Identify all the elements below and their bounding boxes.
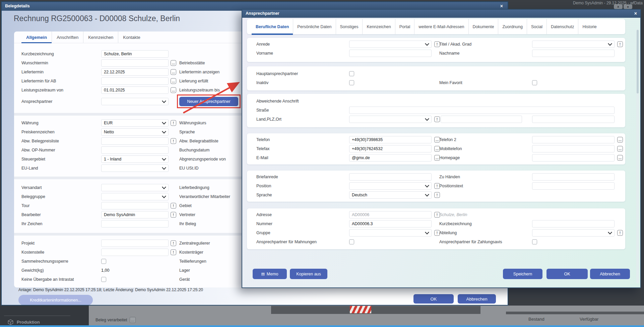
input-field[interactable] (532, 145, 615, 152)
alert-icon[interactable]: ! (617, 41, 623, 47)
input-field[interactable] (532, 50, 615, 57)
input-field[interactable]: @gmx.de (349, 154, 432, 161)
select-field[interactable]: EUR (101, 119, 169, 127)
tab-sonstiges[interactable]: Sonstiges (336, 19, 363, 34)
checkbox[interactable] (532, 239, 537, 244)
input-field[interactable] (349, 107, 615, 114)
input-field[interactable] (101, 249, 169, 256)
select-field[interactable] (532, 229, 615, 237)
tab-dokumente[interactable]: Dokumente (468, 19, 498, 34)
input-field[interactable] (532, 136, 615, 143)
tab-anschriften[interactable]: Anschriften (52, 31, 83, 43)
select-field[interactable] (349, 229, 432, 237)
tab-persönliche-daten[interactable]: Persönliche Daten (293, 19, 335, 34)
abbrechen-button[interactable]: Abbrechen (590, 269, 630, 279)
scrollbar-thumb[interactable] (637, 30, 639, 93)
tab-datenschutz[interactable]: Datenschutz (546, 19, 578, 34)
ellipsis-icon[interactable]: … (171, 60, 176, 66)
input-field[interactable] (349, 173, 432, 181)
input-field[interactable] (101, 240, 169, 247)
select-field[interactable]: 1 - Inland (101, 155, 169, 163)
more-button[interactable]: … (130, 317, 136, 323)
tab-historie[interactable]: Historie (578, 19, 600, 34)
select-field[interactable] (532, 41, 615, 48)
tab-portal[interactable]: Portal (395, 19, 414, 34)
tab-allgemein[interactable]: Allgemein (21, 31, 52, 43)
input-field[interactable]: AD00006 (349, 211, 432, 218)
select-field[interactable] (349, 41, 432, 48)
alert-icon[interactable]: ! (171, 138, 176, 144)
window-control-close-button[interactable]: × (614, 4, 623, 9)
alert-icon[interactable]: ! (171, 240, 176, 246)
close-icon[interactable]: × (500, 3, 503, 9)
tab-kontakte[interactable]: Kontakte (118, 31, 145, 43)
close-icon[interactable]: × (634, 11, 637, 16)
select-field[interactable] (101, 165, 169, 172)
tab-kennzeichen[interactable]: Kennzeichen (83, 31, 118, 43)
select-field[interactable]: Netto (101, 128, 169, 136)
input-field[interactable] (101, 146, 169, 154)
input-field[interactable] (441, 116, 522, 123)
form-row: Ansprechpartner für MahnungenAnsprechpar… (247, 237, 625, 246)
input-field[interactable] (532, 182, 615, 190)
select-field[interactable] (101, 193, 169, 200)
checkbox[interactable] (532, 80, 537, 85)
input-field[interactable] (101, 202, 169, 209)
ellipsis-icon[interactable]: … (617, 155, 623, 160)
select-field[interactable] (101, 98, 169, 105)
input-field[interactable] (101, 220, 169, 227)
input-field[interactable] (101, 77, 169, 85)
input-field[interactable]: +49(30)7398635 (349, 136, 432, 143)
alert-icon[interactable]: ! (171, 203, 176, 208)
input-field[interactable] (101, 137, 169, 145)
alert-icon[interactable]: ! (171, 249, 176, 255)
input-field[interactable] (532, 173, 615, 181)
tab-zuordnung[interactable]: Zuordnung (498, 19, 526, 34)
ok-button[interactable]: OK (546, 269, 588, 279)
alert-icon[interactable]: ! (171, 212, 176, 217)
alert-icon[interactable]: ! (171, 120, 176, 126)
kreditkarteninformationen-button[interactable]: Kreditkarteninformationen... (18, 295, 93, 305)
input-field[interactable]: 01.01.2025 (101, 86, 169, 94)
abbrechen-button[interactable]: Abbrechen (458, 294, 496, 304)
memo-button[interactable]: ▤ Memo (253, 269, 287, 279)
alert-icon[interactable]: ! (617, 230, 623, 236)
input-field[interactable] (349, 50, 432, 57)
ellipsis-icon[interactable]: … (171, 87, 176, 93)
input-field[interactable]: AD00006.3 (349, 220, 432, 227)
ellipsis-icon[interactable]: … (171, 78, 176, 84)
select-field[interactable] (349, 116, 432, 123)
input-field[interactable] (101, 59, 169, 67)
scrollbar[interactable] (636, 29, 639, 283)
select-field[interactable] (101, 184, 169, 191)
input-field[interactable]: +49(30)7624532 (349, 145, 432, 152)
kopieren-aus-button[interactable]: Kopieren aus (290, 269, 327, 279)
tab-weitere-e-mail-adressen[interactable]: weitere E-Mail-Adressen (414, 19, 468, 34)
input-field[interactable]: Demo SysAdmin (101, 211, 169, 218)
checkbox[interactable] (349, 80, 354, 85)
tab-social[interactable]: Social (527, 19, 546, 34)
checkbox[interactable] (349, 239, 354, 244)
window-control-menu-button[interactable]: ▾ (624, 4, 632, 9)
select-field[interactable] (349, 182, 432, 190)
input-field[interactable]: Schulze, Berlin (101, 50, 169, 58)
select-field[interactable]: Deutsch (349, 191, 432, 199)
checkbox[interactable] (349, 71, 354, 76)
speichern-button[interactable]: Speichern (503, 269, 542, 279)
tab-berufliche-daten[interactable]: Berufliche Daten (252, 19, 293, 34)
tab-kennzeichen[interactable]: Kennzeichen (362, 19, 395, 34)
ellipsis-icon[interactable]: … (617, 146, 623, 151)
input-field[interactable] (532, 220, 615, 227)
ellipsis-icon[interactable]: … (171, 69, 176, 75)
input-field[interactable] (532, 154, 615, 161)
ellipsis-icon[interactable]: … (617, 137, 623, 142)
input-field[interactable] (532, 116, 615, 123)
form-row: Abweichende Anschrift (247, 96, 625, 106)
ok-button[interactable]: OK (413, 294, 454, 304)
checkbox[interactable] (101, 277, 106, 282)
alert-icon[interactable]: ! (434, 116, 440, 122)
checkbox[interactable] (101, 259, 106, 264)
alert-icon[interactable]: ! (434, 192, 440, 198)
sidebar-item-produktion[interactable]: Produktion (7, 319, 40, 325)
input-field[interactable]: 22.12.2025 (101, 68, 169, 76)
